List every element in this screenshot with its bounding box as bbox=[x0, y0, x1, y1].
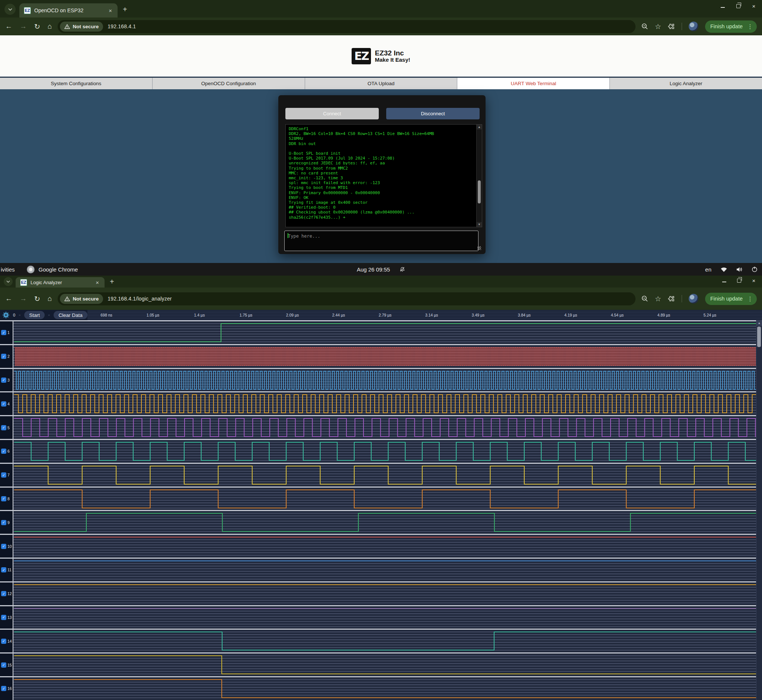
reload-icon[interactable]: ↻ bbox=[34, 22, 40, 31]
channel-checkbox[interactable]: ✓ bbox=[1, 615, 6, 620]
scrollbar-thumb[interactable] bbox=[757, 327, 761, 347]
bookmark-star-icon[interactable]: ☆ bbox=[655, 22, 661, 31]
app-indicator[interactable]: Google Chrome bbox=[27, 266, 78, 273]
profile-avatar[interactable] bbox=[689, 294, 698, 303]
browser-tab[interactable]: EZ OpenOCD on ESP32 × bbox=[19, 3, 117, 17]
profile-avatar[interactable] bbox=[689, 22, 698, 31]
menu-kebab-icon[interactable]: ⋮ bbox=[746, 23, 754, 30]
address-bar[interactable]: Not secure 192.168.4.1/logic_analyzer bbox=[58, 292, 635, 305]
timeline-tick-label: 5.24 µs bbox=[704, 313, 717, 317]
scroll-down-icon[interactable]: ▼ bbox=[477, 222, 482, 227]
zoom-icon[interactable] bbox=[642, 23, 648, 30]
disconnect-button[interactable]: Disconnect bbox=[386, 108, 480, 119]
uart-page: EZ EZ32 Inc Make It Easy! System Configu… bbox=[0, 35, 762, 263]
terminal-output-box[interactable]: DDRConf1 DDR2, BW=16 Col=10 Bk=4 CS0 Row… bbox=[285, 124, 482, 227]
tab-system-configurations[interactable]: System Configurations bbox=[0, 78, 153, 89]
channel-number: 2 bbox=[8, 354, 10, 359]
analyzer-scrollbar[interactable]: ▲ bbox=[756, 320, 762, 700]
connect-button[interactable]: Connect bbox=[285, 108, 379, 119]
reload-icon[interactable]: ↻ bbox=[34, 295, 40, 303]
volume-icon bbox=[736, 267, 743, 272]
channel-row: ✓15 bbox=[0, 652, 762, 676]
channel-waveform bbox=[14, 416, 756, 439]
tab-uart-web-terminal[interactable]: UART Web Terminal bbox=[457, 78, 610, 89]
channel-number: 14 bbox=[8, 639, 12, 644]
channel-waveform bbox=[14, 606, 756, 629]
close-tab-icon[interactable]: × bbox=[94, 279, 100, 286]
channel-label: ✓16 bbox=[0, 677, 13, 700]
finish-update-label: Finish update bbox=[710, 296, 743, 302]
channel-checkbox[interactable]: ✓ bbox=[1, 425, 6, 430]
restore-icon[interactable] bbox=[736, 278, 742, 283]
tab-search-button[interactable] bbox=[5, 4, 16, 15]
uart-input-field[interactable] bbox=[284, 231, 479, 251]
forward-icon[interactable]: → bbox=[20, 295, 27, 303]
channel-checkbox[interactable]: ✓ bbox=[1, 354, 6, 359]
channel-checkbox[interactable]: ✓ bbox=[1, 544, 6, 549]
extensions-icon[interactable] bbox=[668, 23, 675, 30]
new-tab-button[interactable]: + bbox=[123, 5, 127, 14]
tab-logic-analyzer[interactable]: Logic Analyzer bbox=[610, 78, 762, 89]
resize-grip-icon[interactable] bbox=[477, 246, 481, 250]
drag-handle-icon: = bbox=[48, 313, 50, 317]
back-icon[interactable]: ← bbox=[5, 295, 12, 303]
clock-area[interactable]: Aug 26 09:55 bbox=[357, 266, 405, 273]
channel-checkbox[interactable]: ✓ bbox=[1, 520, 6, 525]
channel-checkbox[interactable]: ✓ bbox=[1, 402, 6, 406]
channel-checkbox[interactable]: ✓ bbox=[1, 567, 6, 572]
channel-checkbox[interactable]: ✓ bbox=[1, 686, 6, 691]
restore-icon[interactable] bbox=[735, 3, 741, 9]
home-icon[interactable]: ⌂ bbox=[48, 295, 52, 303]
back-icon[interactable]: ← bbox=[5, 22, 12, 31]
zoom-icon[interactable] bbox=[642, 295, 648, 302]
channel-waveform bbox=[14, 392, 756, 415]
terminal-scrollbar[interactable]: ▲ ▼ bbox=[476, 125, 482, 227]
channel-checkbox[interactable]: ✓ bbox=[1, 496, 6, 502]
browser-tab[interactable]: EZ Logic Analyzer × bbox=[16, 277, 105, 288]
extensions-icon[interactable] bbox=[668, 295, 675, 302]
tab-openocd-configuration[interactable]: OpenOCD Configuration bbox=[153, 78, 305, 89]
channel-label: ✓7 bbox=[0, 464, 13, 486]
minimize-icon[interactable] bbox=[721, 278, 727, 283]
new-tab-button[interactable]: + bbox=[110, 278, 114, 286]
bookmark-star-icon[interactable]: ☆ bbox=[655, 295, 661, 303]
channel-waveform bbox=[14, 369, 756, 392]
channel-label: ✓15 bbox=[0, 653, 13, 676]
channel-checkbox[interactable]: ✓ bbox=[1, 472, 6, 478]
scrollbar-thumb[interactable] bbox=[478, 180, 481, 203]
scroll-up-icon[interactable]: ▲ bbox=[477, 125, 482, 130]
channel-checkbox[interactable]: ✓ bbox=[1, 330, 6, 335]
channel-row: ✓4 bbox=[0, 391, 762, 415]
channel-row: ✓3 bbox=[0, 368, 762, 392]
tab-search-button[interactable] bbox=[4, 277, 13, 286]
tab-ota-upload[interactable]: OTA Upload bbox=[305, 78, 458, 89]
bottom-urlbar: ← → ↻ ⌂ Not secure 192.168.4.1/logic_ana… bbox=[0, 288, 762, 310]
forward-icon[interactable]: → bbox=[20, 22, 27, 31]
finish-update-button[interactable]: Finish update ⋮ bbox=[705, 20, 757, 33]
activities-button[interactable]: ivities bbox=[0, 266, 19, 273]
gear-icon[interactable] bbox=[2, 311, 10, 319]
close-tab-icon[interactable]: × bbox=[108, 8, 113, 14]
channel-checkbox[interactable]: ✓ bbox=[1, 662, 6, 668]
channel-checkbox[interactable]: ✓ bbox=[1, 378, 6, 383]
channel-row: ✓16 bbox=[0, 676, 762, 700]
not-secure-label: Not secure bbox=[72, 24, 99, 30]
channel-checkbox[interactable]: ✓ bbox=[1, 448, 6, 454]
clear-data-button[interactable]: Clear Data bbox=[53, 311, 88, 319]
channel-label: ✓3 bbox=[0, 369, 13, 392]
close-window-icon[interactable]: × bbox=[751, 3, 757, 9]
home-icon[interactable]: ⌂ bbox=[48, 22, 52, 31]
scroll-up-icon[interactable]: ▲ bbox=[756, 320, 762, 326]
minimize-icon[interactable] bbox=[720, 3, 726, 9]
start-button[interactable]: Start bbox=[24, 311, 45, 319]
address-bar[interactable]: Not secure 192.168.4.1 bbox=[58, 20, 635, 33]
top-tabstrip: EZ OpenOCD on ESP32 × + × bbox=[0, 0, 762, 17]
system-tray[interactable]: en bbox=[705, 266, 757, 273]
finish-update-button[interactable]: Finish update ⋮ bbox=[705, 293, 757, 305]
not-secure-chip[interactable]: Not secure bbox=[60, 22, 103, 31]
close-window-icon[interactable]: × bbox=[751, 278, 757, 283]
channel-checkbox[interactable]: ✓ bbox=[1, 591, 6, 596]
menu-kebab-icon[interactable]: ⋮ bbox=[746, 295, 754, 302]
not-secure-chip[interactable]: Not secure bbox=[60, 294, 103, 304]
channel-checkbox[interactable]: ✓ bbox=[1, 639, 6, 644]
